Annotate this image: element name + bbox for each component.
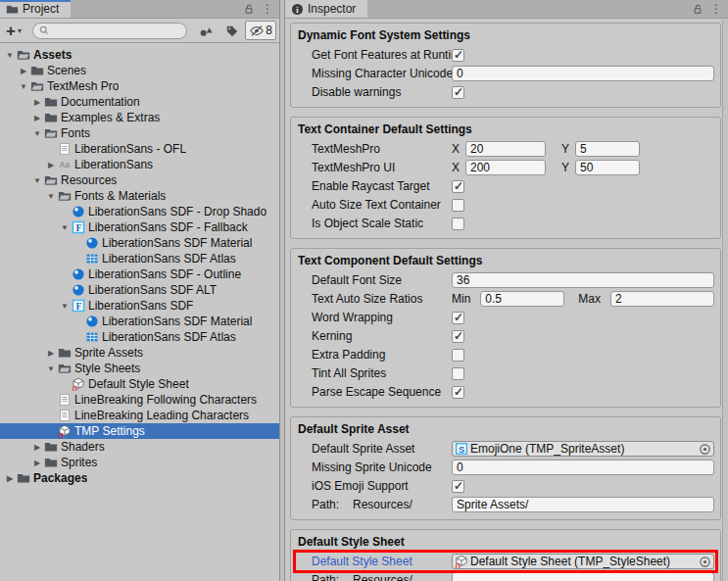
axis-label: Max xyxy=(578,292,601,306)
tree-item[interactable]: ▶Shaders xyxy=(0,439,279,455)
tree-item[interactable]: LiberationSans SDF Material xyxy=(0,235,279,251)
text-field[interactable] xyxy=(610,291,714,307)
tree-item[interactable]: ▼Fonts xyxy=(0,125,279,141)
collapse-arrow-icon[interactable]: ▼ xyxy=(31,176,43,185)
scriptable-icon: {} xyxy=(455,555,469,568)
sort-by-type-icon[interactable] xyxy=(194,21,218,40)
tree-item[interactable]: ▼Assets xyxy=(0,47,279,63)
collapse-arrow-icon[interactable]: ▼ xyxy=(4,51,16,60)
checkbox[interactable] xyxy=(452,349,464,362)
text-field[interactable] xyxy=(452,497,714,512)
tree-item-label: Sprite Assets xyxy=(74,346,143,360)
checkbox[interactable] xyxy=(452,480,464,493)
tree-item[interactable]: LiberationSans SDF - Drop Shado xyxy=(0,204,279,219)
tree-item[interactable]: LineBreaking Leading Characters xyxy=(0,408,279,423)
tree-item[interactable]: LiberationSans SDF Atlas xyxy=(0,251,279,266)
inspector-row: iOS Emoji Support xyxy=(297,478,714,494)
checkbox[interactable] xyxy=(452,330,464,343)
object-field[interactable]: SEmojiOne (TMP_SpriteAsset) xyxy=(452,441,714,457)
tree-item-label: LiberationSans SDF - Drop Shado xyxy=(88,205,267,218)
expand-arrow-icon[interactable]: ▶ xyxy=(31,98,43,107)
expand-arrow-icon[interactable]: ▶ xyxy=(18,67,29,75)
collapse-arrow-icon[interactable]: ▼ xyxy=(59,302,71,311)
tree-item[interactable]: ▶Packages xyxy=(0,470,279,486)
collapse-arrow-icon[interactable]: ▼ xyxy=(59,223,71,232)
create-asset-button[interactable]: + ▾ xyxy=(3,23,24,39)
tree-item[interactable]: {}Default Style Sheet xyxy=(0,376,279,392)
svg-text:Aa: Aa xyxy=(59,160,70,169)
text-field[interactable] xyxy=(452,66,714,81)
collapse-arrow-icon[interactable]: ▼ xyxy=(18,82,29,91)
kebab-menu-icon[interactable]: ⋮ xyxy=(710,3,722,15)
text-field[interactable] xyxy=(465,141,546,157)
tree-item[interactable]: ▼FLiberationSans SDF - Fallback xyxy=(0,219,279,235)
text-field[interactable] xyxy=(480,291,564,307)
project-panel: Project ⋮ + ▾ xyxy=(0,0,280,581)
unlock-icon[interactable] xyxy=(243,3,255,16)
tree-item[interactable]: LiberationSans SDF ALT xyxy=(0,282,279,298)
tree-item-label: LineBreaking Leading Characters xyxy=(74,409,249,422)
checkbox[interactable] xyxy=(452,199,464,212)
checkbox[interactable] xyxy=(452,312,464,324)
checkbox[interactable] xyxy=(452,386,464,399)
tree-item[interactable]: ▼Resources xyxy=(0,172,279,188)
text-field[interactable] xyxy=(452,572,714,581)
tab-inspector[interactable]: i Inspector xyxy=(285,0,367,18)
tree-item[interactable]: ▼Style Sheets xyxy=(0,361,279,376)
inspector-row: Word Wrapping xyxy=(297,310,714,325)
object-field[interactable]: {}Default Style Sheet (TMP_StyleSheet) xyxy=(452,554,714,569)
tree-item[interactable]: {}TMP Settings xyxy=(0,423,279,439)
field-label: iOS Emoji Support xyxy=(297,479,452,493)
tree-item[interactable]: LiberationSans SDF - Outline xyxy=(0,266,279,282)
tree-item[interactable]: ▶Sprite Assets xyxy=(0,345,279,361)
tree-item[interactable]: LiberationSans - OFL xyxy=(0,141,279,157)
expand-arrow-icon[interactable]: ▶ xyxy=(45,349,57,358)
project-tree: ▼Assets▶Scenes▼TextMesh Pro▶Documentatio… xyxy=(0,44,279,581)
tree-item[interactable]: ▶Sprites xyxy=(0,455,279,470)
collapse-arrow-icon[interactable]: ▼ xyxy=(45,364,57,373)
svg-text:S: S xyxy=(459,445,464,455)
collapse-arrow-icon[interactable]: ▼ xyxy=(45,192,57,201)
kebab-menu-icon[interactable]: ⋮ xyxy=(262,3,273,15)
inspector-scrollbar[interactable] xyxy=(722,19,728,581)
hidden-count-toggle[interactable]: 8 xyxy=(245,21,276,40)
label-tag-icon[interactable] xyxy=(219,21,243,40)
expand-arrow-icon[interactable]: ▶ xyxy=(45,161,57,169)
tree-item[interactable]: LiberationSans SDF Atlas xyxy=(0,329,279,345)
unlock-icon[interactable] xyxy=(692,3,704,16)
tree-item[interactable]: ▶Examples & Extras xyxy=(0,110,279,125)
expand-arrow-icon[interactable]: ▶ xyxy=(31,443,43,452)
checkbox[interactable] xyxy=(452,49,464,62)
tab-project[interactable]: Project xyxy=(0,0,71,18)
inspector-panel: i Inspector ⋮ Dynamic Font System Settin… xyxy=(285,0,728,581)
text-field[interactable] xyxy=(575,160,640,175)
field-label: TextMeshPro xyxy=(297,142,452,156)
expand-arrow-icon[interactable]: ▶ xyxy=(31,459,43,467)
tree-item[interactable]: ▶Scenes xyxy=(0,63,279,78)
text-field[interactable] xyxy=(465,160,546,175)
tree-item[interactable]: ▶AaLiberationSans xyxy=(0,157,279,172)
checkbox[interactable] xyxy=(452,180,464,193)
tree-item[interactable]: LiberationSans SDF Material xyxy=(0,314,279,329)
search-input[interactable] xyxy=(50,24,181,37)
expand-arrow-icon[interactable]: ▶ xyxy=(4,474,16,483)
tree-item[interactable]: ▼FLiberationSans SDF xyxy=(0,298,279,314)
tree-item[interactable]: ▼TextMesh Pro xyxy=(0,78,279,94)
collapse-arrow-icon[interactable]: ▼ xyxy=(31,129,43,138)
checkbox[interactable] xyxy=(452,367,464,380)
checkbox[interactable] xyxy=(452,86,464,99)
tree-item[interactable]: ▶Documentation xyxy=(0,94,279,110)
text-field[interactable] xyxy=(452,460,714,475)
expand-arrow-icon[interactable]: ▶ xyxy=(31,114,43,122)
checkbox[interactable] xyxy=(452,218,464,230)
text-field[interactable] xyxy=(452,272,714,288)
tree-item[interactable]: LineBreaking Following Characters xyxy=(0,392,279,408)
text-field[interactable] xyxy=(575,141,640,157)
tree-item-label: LiberationSans SDF Material xyxy=(102,236,252,250)
object-picker-icon[interactable] xyxy=(699,556,711,568)
axis-label: X xyxy=(452,142,460,156)
object-picker-icon[interactable] xyxy=(699,443,711,456)
svg-text:{}: {} xyxy=(73,385,78,391)
field-label: Kerning xyxy=(297,329,452,343)
tree-item[interactable]: ▼Fonts & Materials xyxy=(0,188,279,204)
